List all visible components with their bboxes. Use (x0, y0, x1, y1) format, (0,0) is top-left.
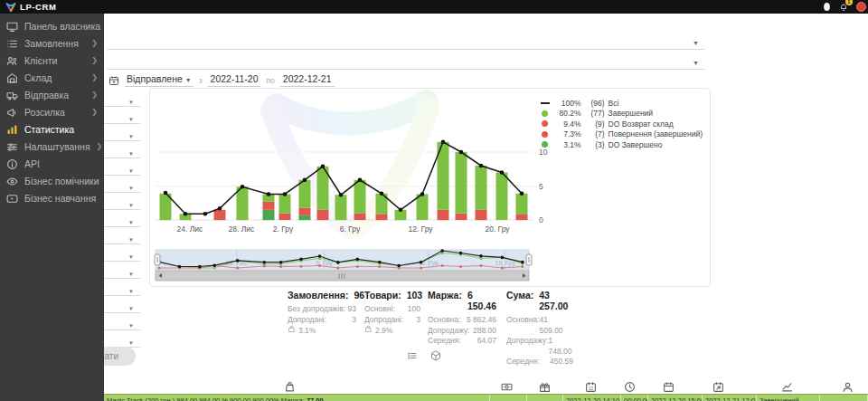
legend-item[interactable]: 100%(96)Всі (539, 98, 703, 109)
date-mode-select[interactable]: Відправлене ▼ (125, 73, 193, 87)
svg-text:5: 5 (539, 182, 543, 191)
top-bar: LP-CRM 1 (0, 0, 868, 14)
legend-item[interactable]: 9.4%(9)DO Возврат склад (539, 119, 703, 129)
lp-crm-v-icon (5, 2, 16, 13)
stat-sub-row: Допродані:3 (288, 315, 356, 326)
svg-text:12. Гру: 12. Гру (408, 224, 433, 234)
bag-icon (288, 325, 296, 336)
sidebar-item-video[interactable]: Бізнес навчання (0, 189, 104, 206)
clients-icon (6, 54, 18, 66)
logo-text: LP-CRM (20, 2, 57, 12)
date-filter-row: Відправлене ▼ з 2022-11-20 по 2022-12-21 (108, 71, 335, 87)
stat-sub-row: Допродані:3 (364, 315, 420, 326)
chevron-right-icon: ❯ (91, 108, 98, 116)
legend-item[interactable]: 3.1%(3)DO Завершено (539, 139, 703, 150)
settings-icon (6, 140, 18, 152)
chevron-right-icon: ❯ (91, 73, 98, 81)
table-cell: 2022-12-20 14:10:06 (563, 395, 621, 401)
view-toggle-icons (407, 348, 441, 365)
table-cell: Завершений (757, 395, 820, 401)
table-cell: Magic Track (200 грн ) 984.00 984.00 % 9… (104, 395, 490, 401)
chart-navigator (156, 250, 529, 270)
table-cell (490, 395, 527, 401)
stat-sub-row: Середня:64.07 (428, 336, 496, 347)
svg-text:24. Лис: 24. Лис (177, 224, 204, 234)
chevron-down-icon: ▼ (185, 77, 192, 83)
stats-icon (6, 123, 18, 135)
sidebar-item-stats[interactable]: Статистика (0, 120, 104, 138)
chevron-right-icon: ❯ (91, 91, 98, 99)
svg-text:12: 12 (589, 387, 594, 391)
dot-marker-icon (542, 120, 548, 127)
sidebar-item-label: Бізнес навчання (24, 193, 96, 204)
notifications-bell-icon[interactable]: 1 (839, 2, 848, 12)
date-from-input[interactable]: 2022-11-20 (208, 73, 261, 87)
dashboard-icon (6, 20, 18, 32)
svg-text:28. Лис: 28. Лис (229, 224, 256, 234)
stat-column: Товари:103Основні:100Допродані:32.9% (364, 290, 420, 336)
svg-text:0: 0 (539, 215, 543, 224)
app-logo[interactable]: LP-CRM (0, 2, 57, 13)
legend-item[interactable]: 80.2%(77)Завершений (539, 109, 703, 119)
sidebar-item-broadcast[interactable]: Розсилка❯ (0, 103, 104, 120)
lp-crm-app: LP-CRM 1 ▼ ▼ Відправлене ▼ з 2022-11-20 (0, 0, 868, 401)
chevron-right-icon: ❯ (91, 39, 98, 47)
sidebar-item-info[interactable]: API (0, 155, 104, 172)
stat-title: Маржа:6 150.46 (428, 290, 496, 311)
filter-select-secondary[interactable]: ▼ (107, 50, 704, 70)
sidebar-item-label: Бізнес помічники (24, 176, 99, 186)
date-to-input[interactable]: 2022-12-21 (280, 73, 335, 87)
from-label: з (199, 76, 203, 87)
info-icon (6, 158, 18, 169)
stat-column: Маржа:6 150.46Основна:5 862.46Допродажу:… (428, 290, 496, 347)
stat-title: Товари:103 (364, 290, 420, 301)
stat-sub-row: Основна:41 509.00 (506, 315, 573, 336)
stat-column: Замовлення:96Без допродажів:93Допродані:… (288, 290, 356, 336)
sidebar-item-label: Відправка (24, 90, 69, 100)
upsell-percent: 2.9% (364, 325, 420, 336)
stat-title: Замовлення:96 (288, 290, 356, 301)
sidebar-item-orders[interactable]: Замовлення❯ (0, 34, 104, 52)
stat-sub-row: Допродажу:1 748.00 (506, 336, 573, 357)
line-marker-icon (541, 102, 550, 104)
calendar-icon (108, 75, 119, 86)
chevron-right-icon: ❯ (97, 142, 103, 150)
alert-indicator-icon[interactable] (856, 2, 866, 12)
sidebar-item-label: Статистика (24, 124, 74, 135)
table-cell: 2022-12-21 12:07:05 (703, 395, 757, 401)
stat-sub-row: Основна:5 862.46 (428, 315, 496, 326)
profile-icon[interactable] (823, 2, 831, 12)
shipping-icon (6, 89, 18, 100)
sidebar-item-helpers[interactable]: Бізнес помічники (0, 172, 104, 189)
table-cell: 00:00:00 (621, 395, 648, 401)
stat-title: Сума:43 257.00 (506, 290, 573, 311)
list-indent-icon[interactable] (407, 348, 418, 365)
svg-text:6. Гру: 6. Гру (340, 224, 361, 234)
main-content: ▼ ▼ Відправлене ▼ з 2022-11-20 по 2022-1… (0, 14, 868, 401)
sidebar-item-label: Налаштування (24, 141, 90, 152)
filter-select-primary[interactable]: ▼ (107, 30, 704, 50)
sidebar-item-clients[interactable]: Клієнти❯ (0, 52, 104, 69)
chart-legend: 100%(96)Всі80.2%(77)Завершений9.4%(9)DO … (539, 98, 703, 150)
helpers-icon (6, 175, 18, 186)
sidebar-item-label: Розсилка (24, 107, 65, 118)
sidebar-item-dashboard[interactable]: Панель власника (0, 17, 104, 34)
sidebar-item-warehouse[interactable]: Склад❯ (0, 69, 104, 86)
table-cell: 2022-12-20 15:00:00 (648, 395, 703, 401)
legend-item[interactable]: 7.3%(7)Повернення (завершений) (539, 129, 703, 140)
chevron-right-icon: ❯ (91, 56, 98, 64)
video-icon (6, 192, 18, 204)
sidebar-item-settings[interactable]: Налаштування❯ (0, 138, 104, 155)
dot-marker-icon (542, 131, 548, 138)
sidebar-item-shipping[interactable]: Відправка❯ (0, 86, 104, 103)
table-row[interactable]: Magic Track (200 грн ) 984.00 984.00 % 9… (104, 394, 868, 401)
svg-text:2. Гру: 2. Гру (273, 224, 294, 234)
statistics-chart-card: 051024. Лис28. Лис2. Гру6. Гру12. Гру20.… (149, 88, 711, 287)
stat-sub-row: Допродажу:288.00 (428, 326, 496, 337)
dot-marker-icon (542, 141, 548, 148)
package-icon[interactable] (430, 348, 441, 365)
orders-icon (6, 37, 18, 49)
svg-text:20. Гру: 20. Гру (485, 224, 510, 234)
sidebar-item-label: Склад (24, 72, 52, 83)
sidebar-item-label: Клієнти (24, 55, 57, 66)
